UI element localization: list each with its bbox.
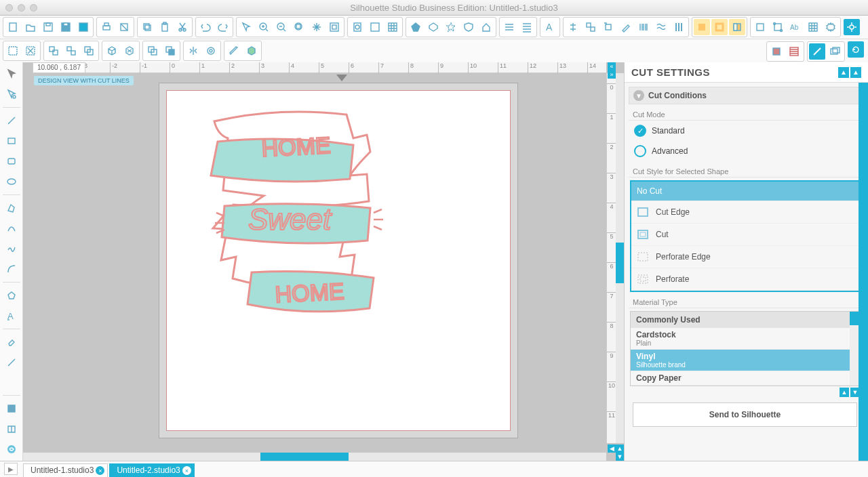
close-tab-icon[interactable]: ×	[182, 466, 191, 475]
canvas-area[interactable]: 10.060 , 6.187 -3-2-10123456789101112131…	[23, 62, 624, 461]
cutstyle-perf[interactable]: Perforate	[631, 268, 859, 291]
radio-icon[interactable]	[634, 145, 646, 157]
transform-button[interactable]	[770, 19, 786, 35]
redo-button[interactable]	[215, 19, 231, 35]
close-tab-icon[interactable]: ×	[96, 466, 104, 475]
library-page-icon[interactable]	[3, 400, 20, 417]
zoom-selection-button[interactable]	[291, 19, 307, 35]
cutstyle-cutedge[interactable]: Cut Edge	[631, 201, 859, 224]
zoom-icon[interactable]	[30, 4, 37, 12]
compound-button[interactable]	[81, 43, 97, 59]
preferences-button[interactable]	[823, 19, 839, 35]
text-style-button[interactable]: Ab	[787, 19, 804, 35]
radio-advanced[interactable]: Advanced	[629, 141, 861, 161]
group-button[interactable]	[45, 43, 62, 59]
scale-button[interactable]	[583, 19, 599, 35]
zoom-drag-button[interactable]	[309, 19, 325, 35]
print-cut-button[interactable]	[116, 19, 132, 35]
zoom-in-button[interactable]	[256, 19, 272, 35]
panel-up-icon[interactable]: ▲	[838, 67, 849, 78]
gear-icon[interactable]	[844, 19, 860, 35]
text-tool[interactable]: A	[3, 307, 20, 325]
save-button[interactable]	[40, 19, 56, 35]
lines-spaced-button[interactable]	[519, 19, 535, 35]
cut-button[interactable]	[174, 19, 191, 35]
roundrect-tool[interactable]	[3, 152, 20, 170]
material-cardstock[interactable]: CardstockPlain	[631, 328, 859, 350]
tab-doc2[interactable]: Untitled-2.studio3×	[109, 463, 194, 477]
play-icon[interactable]: ▶	[4, 463, 18, 475]
close-icon[interactable]	[5, 4, 13, 12]
snap-grid-icon[interactable]	[805, 19, 821, 35]
scrollbar-vertical[interactable]	[616, 73, 624, 443]
knife-icon[interactable]	[226, 43, 242, 59]
cutstyle-cut[interactable]: Cut	[631, 224, 859, 246]
lines-button[interactable]	[501, 19, 517, 35]
line-tool[interactable]	[3, 112, 20, 129]
panel-scrollbar[interactable]	[859, 83, 868, 461]
knife-tool[interactable]	[3, 354, 20, 371]
store-icon[interactable]	[3, 440, 20, 458]
twisty-icon[interactable]: ▼	[633, 90, 644, 101]
material-vinyl[interactable]: VinylSilhouette brand	[631, 350, 859, 371]
ungroup-button[interactable]	[63, 43, 79, 59]
refresh-icon[interactable]	[848, 41, 864, 58]
undo-button[interactable]	[197, 19, 214, 35]
pixscan-icon[interactable]	[786, 43, 802, 60]
page-setup-button[interactable]	[349, 19, 366, 35]
mirror-button[interactable]	[185, 43, 201, 59]
zoom-out-button[interactable]	[273, 19, 290, 35]
nest-icon[interactable]	[671, 19, 687, 35]
send-button[interactable]: Send to Silhouette	[633, 402, 857, 427]
material-copypaper[interactable]: Copy Paper	[631, 371, 859, 386]
sketch-pen-icon[interactable]	[618, 19, 634, 35]
scrollbar-horizontal[interactable]	[23, 453, 606, 461]
home-icon[interactable]	[478, 19, 494, 35]
radio-standard[interactable]: Standard	[629, 121, 861, 141]
radio-icon[interactable]	[634, 125, 646, 137]
design-artwork[interactable]: HOME Sweet HOME	[187, 104, 411, 348]
section-cut-conditions[interactable]: ▼ Cut Conditions	[629, 87, 861, 104]
cutstyle-perfedge[interactable]: Perforate Edge	[631, 246, 859, 268]
star-dashed-icon[interactable]	[443, 19, 459, 35]
new-file-button[interactable]	[5, 19, 21, 35]
object-button[interactable]	[752, 19, 768, 35]
cut-send-button[interactable]	[809, 43, 825, 60]
minimize-icon[interactable]	[18, 4, 25, 12]
text-button[interactable]: A	[542, 19, 558, 35]
mat-scroll-up[interactable]: ▲	[840, 388, 849, 397]
reg-marks-button[interactable]	[384, 19, 401, 35]
fit-page-button[interactable]	[326, 19, 342, 35]
hexagon-icon[interactable]	[425, 19, 441, 35]
align-button[interactable]	[565, 19, 581, 35]
subtract-button[interactable]	[144, 43, 161, 59]
material-scrollbar[interactable]	[850, 312, 859, 386]
cube-x-icon[interactable]	[121, 43, 138, 59]
regular-poly-tool[interactable]	[3, 287, 20, 304]
polygon-tool[interactable]	[3, 199, 20, 217]
gradient-button[interactable]	[729, 19, 745, 35]
shield-icon[interactable]	[460, 19, 477, 35]
polygon-icon[interactable]	[408, 19, 424, 35]
rect-tool[interactable]	[3, 132, 20, 150]
panel-down-icon[interactable]: ▲	[850, 67, 861, 78]
cube-icon[interactable]	[104, 43, 120, 59]
line-color-button[interactable]	[711, 19, 728, 35]
freehand-tool[interactable]	[3, 240, 20, 257]
print-button[interactable]	[98, 19, 115, 35]
library-book-icon[interactable]	[3, 420, 20, 438]
layer-button[interactable]	[827, 43, 843, 60]
edit-points-tool[interactable]	[3, 85, 20, 103]
ellipse-tool[interactable]	[3, 173, 20, 190]
eraser-tool[interactable]	[3, 333, 20, 351]
nav-arrows-corner[interactable]: ▲▼	[616, 444, 624, 461]
waves-icon[interactable]	[653, 19, 669, 35]
select-tool[interactable]	[238, 19, 254, 35]
open-file-button[interactable]	[22, 19, 39, 35]
tab-doc1[interactable]: Untitled-1.studio3×	[23, 463, 108, 477]
fill-color-button[interactable]	[694, 19, 710, 35]
save-sd-button[interactable]	[75, 19, 92, 35]
copy-button[interactable]	[139, 19, 155, 35]
selectall-button[interactable]	[5, 43, 21, 59]
nav-arrows[interactable]: «»	[608, 62, 616, 461]
